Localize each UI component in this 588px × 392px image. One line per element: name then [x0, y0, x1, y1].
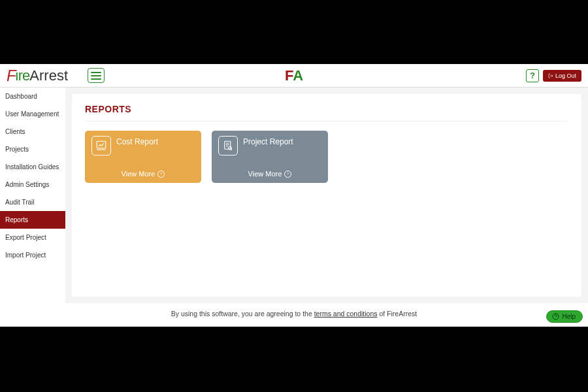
sidebar-item-import-project[interactable]: Import Project	[0, 246, 65, 264]
sidebar-item-audit-trail[interactable]: Audit Trail	[0, 193, 65, 211]
sidebar-item-reports[interactable]: Reports	[0, 211, 65, 229]
help-icon[interactable]: ?	[526, 69, 539, 82]
logo-arrest: Arrest	[29, 67, 68, 84]
menu-toggle-icon[interactable]	[88, 68, 105, 83]
sidebar-item-admin-settings[interactable]: Admin Settings	[0, 176, 65, 193]
sidebar-item-projects[interactable]: Projects	[0, 140, 65, 158]
report-cards: Cost Report View More › Project Repo	[85, 131, 568, 183]
help-widget[interactable]: Help	[546, 310, 583, 323]
brand-logo: FıreArrest	[7, 67, 68, 85]
sidebar-item-user-management[interactable]: User Management	[0, 105, 65, 123]
document-icon	[218, 136, 238, 155]
sidebar-item-export-project[interactable]: Export Project	[0, 229, 65, 246]
sidebar-item-clients[interactable]: Clients	[0, 123, 65, 140]
view-more-link[interactable]: View More ›	[85, 170, 201, 178]
report-card-project[interactable]: Project Report View More ›	[212, 131, 328, 183]
svg-rect-1	[225, 141, 231, 149]
header: FıreArrest FA ? Log Out	[0, 64, 588, 88]
svg-rect-0	[97, 141, 106, 148]
chart-icon	[91, 136, 111, 155]
mini-logo: FA	[285, 67, 303, 84]
sidebar: Dashboard User Management Clients Projec…	[0, 88, 65, 303]
sidebar-item-installation-guides[interactable]: Installation Guides	[0, 158, 65, 176]
content-card: REPORTS Cost Report View More ›	[72, 94, 581, 297]
report-card-title: Cost Report	[116, 137, 158, 146]
footer: By using this software, you are agreeing…	[0, 303, 588, 327]
arrow-right-icon: ›	[157, 171, 165, 178]
sidebar-item-dashboard[interactable]: Dashboard	[0, 88, 65, 105]
terms-link[interactable]: terms and conditions	[314, 310, 378, 318]
view-more-link[interactable]: View More ›	[212, 170, 328, 178]
report-card-cost[interactable]: Cost Report View More ›	[85, 131, 201, 183]
logout-button[interactable]: Log Out	[543, 70, 581, 82]
page-title: REPORTS	[85, 104, 568, 122]
report-card-title: Project Report	[243, 137, 293, 146]
arrow-right-icon: ›	[284, 171, 291, 178]
main-area: REPORTS Cost Report View More ›	[65, 88, 588, 303]
letterbox-top	[0, 0, 588, 64]
logo-re: ıre	[15, 67, 30, 84]
letterbox-bottom	[0, 327, 588, 392]
help-circle-icon	[552, 313, 559, 320]
logout-icon	[548, 73, 553, 78]
